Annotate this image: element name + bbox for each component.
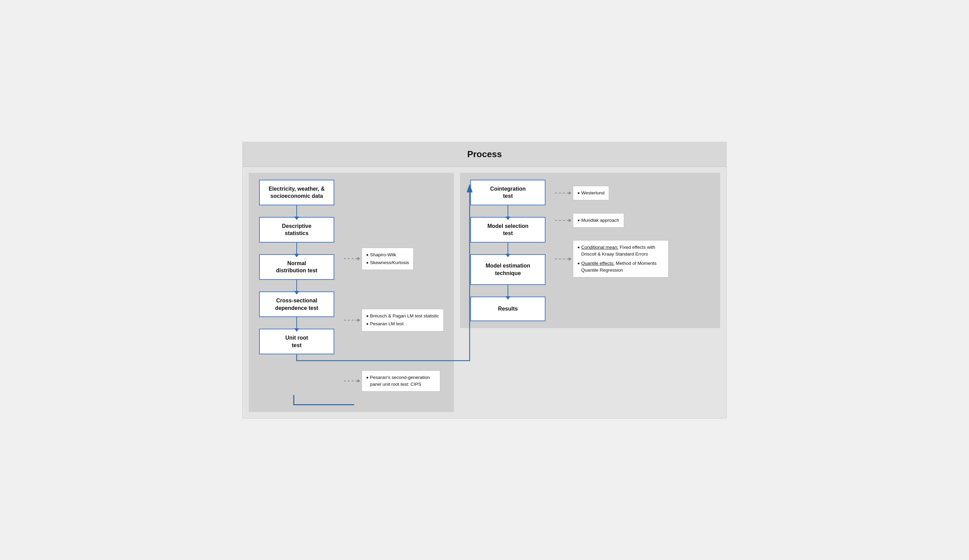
model-estimation-box: Model estimationtechnique <box>470 254 546 285</box>
normal-dist-annot-box: ■Shapiro-Wilk ■Skewness/Kurtosis <box>361 248 414 270</box>
normal-dist-label: Normaldistribution test <box>276 260 318 274</box>
cointegration-label: Cointegrationtest <box>490 185 526 200</box>
unit-root-annot-item-1: ■Pesaran's second-generation panel unit … <box>366 374 435 388</box>
dash-line-r2 <box>555 220 569 221</box>
descriptive-stats-label: Descriptivestatistics <box>282 223 311 237</box>
model-selection-annot-item-1: ■Mundlak approach <box>578 217 619 224</box>
arrow-4 <box>296 317 297 329</box>
unit-root-box: Unit roottest <box>259 329 334 354</box>
model-estimation-annot-wrapper: ■Conditional mean: Fixed effects with Dr… <box>555 240 715 278</box>
dash-arrowhead-3 <box>358 379 360 383</box>
page-container: Process Electricity, weather, &socioecon… <box>242 142 727 419</box>
normal-dist-box: Normaldistribution test <box>259 254 334 280</box>
dash-line-3 <box>344 381 358 381</box>
cross-sectional-annot-item-2: ■Pesaran LM test <box>366 321 439 327</box>
cross-sectional-annot-box: ■Breusch & Pagan LM test statistic ■Pesa… <box>361 309 444 331</box>
model-selection-annot-box: ■Mundlak approach <box>573 213 624 228</box>
model-estimation-annot-item-2: ■Quantile effects: Method of Moments Qua… <box>578 260 664 274</box>
right-annot-column: ■Westerlund ■Mundlak approach <box>549 180 715 321</box>
normal-dist-annot-item-1: ■Shapiro-Wilk <box>366 251 409 258</box>
cointegration-box: Cointegrationtest <box>470 180 546 205</box>
left-flow-column: Electricity, weather, &socioeconomic dat… <box>256 180 338 405</box>
diagram-area: Electricity, weather, &socioeconomic dat… <box>243 167 726 418</box>
dash-line-r1 <box>555 193 569 193</box>
right-panel: Cointegrationtest Model selectiontest Mo… <box>460 173 720 328</box>
descriptive-stats-box: Descriptivestatistics <box>259 217 334 243</box>
left-panel: Electricity, weather, &socioeconomic dat… <box>249 173 454 412</box>
results-label: Results <box>498 305 518 312</box>
arrow-3 <box>296 280 297 291</box>
arrow-2 <box>296 243 297 254</box>
arrow-r2 <box>508 243 509 254</box>
cross-sectional-box: Cross-sectionaldependence test <box>259 291 334 317</box>
results-spacer <box>555 290 715 315</box>
arrow-r3 <box>508 285 509 297</box>
dash-arrowhead-r3 <box>569 257 571 261</box>
normal-dist-annot-item-2: ■Skewness/Kurtosis <box>366 259 409 266</box>
cointegration-annot-item-1: ■Westerlund <box>578 189 604 196</box>
right-flow-column: Cointegrationtest Model selectiontest Mo… <box>467 180 549 321</box>
unit-root-label: Unit roottest <box>285 334 308 349</box>
dash-line-r3 <box>555 259 569 259</box>
cross-sectional-annot-item-1: ■Breusch & Pagan LM test statistic <box>366 312 439 319</box>
cointegration-annot-box: ■Westerlund <box>573 186 609 200</box>
bottom-connector-horiz <box>293 404 354 405</box>
dash-arrowhead-r1 <box>569 191 571 195</box>
model-estimation-label: Model estimationtechnique <box>486 262 531 277</box>
title-bar: Process <box>243 142 726 167</box>
electricity-data-label: Electricity, weather, &socioeconomic dat… <box>269 185 325 200</box>
arrow-r1 <box>508 205 509 217</box>
cointegration-annot-wrapper: ■Westerlund <box>555 186 715 200</box>
cross-sectional-label: Cross-sectionaldependence test <box>275 297 318 312</box>
dash-line-2 <box>344 320 358 321</box>
model-estimation-annot-item-1: ■Conditional mean: Fixed effects with Dr… <box>578 244 664 258</box>
dash-arrowhead-2 <box>358 319 360 322</box>
unit-root-annot-box: ■Pesaran's second-generation panel unit … <box>361 371 440 392</box>
results-box: Results <box>470 297 546 321</box>
normal-dist-annot-wrapper: ■Shapiro-Wilk ■Skewness/Kurtosis <box>344 248 449 270</box>
dash-arrowhead-r2 <box>569 219 571 222</box>
model-selection-label: Model selectiontest <box>488 223 528 237</box>
model-selection-box: Model selectiontest <box>470 217 546 243</box>
arrow-1 <box>296 205 297 217</box>
left-annot-column: ■Shapiro-Wilk ■Skewness/Kurtosis ■Breusc… <box>338 180 449 405</box>
model-selection-annot-wrapper: ■Mundlak approach <box>555 213 715 228</box>
bottom-connector-line <box>293 395 294 405</box>
model-estimation-annot-box: ■Conditional mean: Fixed effects with Dr… <box>573 240 669 278</box>
page-title: Process <box>467 149 502 159</box>
cross-sectional-annot-wrapper: ■Breusch & Pagan LM test statistic ■Pesa… <box>344 309 449 331</box>
dash-line-1 <box>344 258 358 259</box>
electricity-data-box: Electricity, weather, &socioeconomic dat… <box>259 180 334 205</box>
unit-root-annot-wrapper: ■Pesaran's second-generation panel unit … <box>344 371 449 392</box>
dash-arrowhead-1 <box>358 257 360 260</box>
